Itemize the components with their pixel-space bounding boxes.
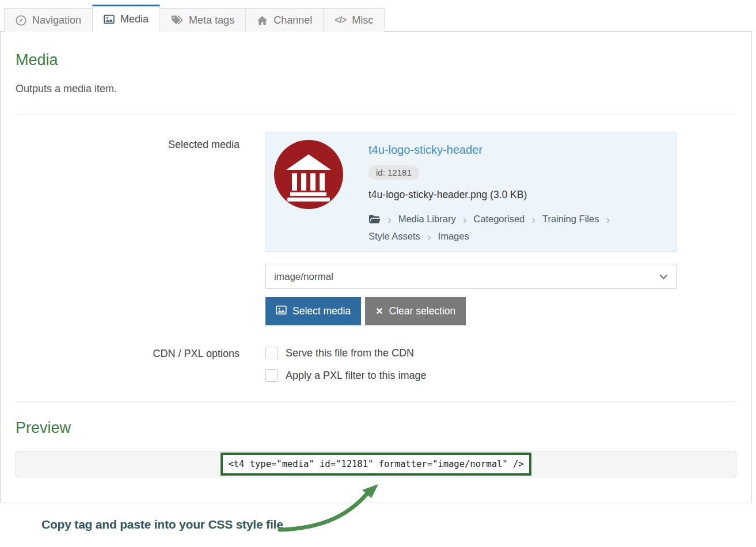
breadcrumb-item: Images [438, 231, 469, 242]
home-icon [257, 16, 268, 25]
breadcrumb-item: Style Assets [368, 231, 420, 242]
pxl-filter-checkbox[interactable] [265, 369, 278, 382]
tab-media[interactable]: Media [92, 5, 160, 32]
formatter-select[interactable]: image/normal [265, 264, 677, 289]
preview-title: Preview [16, 419, 736, 437]
page-title: Media [16, 51, 736, 69]
tab-label: Navigation [32, 14, 81, 26]
serve-cdn-checkbox[interactable] [265, 347, 278, 359]
selected-media-row: Selected media [16, 132, 736, 325]
divider [16, 115, 736, 115]
media-filename: t4u-logo-sticky-header.png (3.0 KB) [368, 189, 659, 201]
tab-label: Media [120, 13, 149, 25]
media-actions: Select media ✕ Clear selection [265, 297, 677, 325]
button-label: Select media [292, 305, 351, 317]
annotation-text: Copy tag and paste into your CSS style f… [41, 518, 756, 531]
selected-media-label: Selected media [16, 132, 240, 151]
cdn-option: Serve this file from the CDN [265, 347, 677, 359]
image-icon [276, 305, 287, 318]
breadcrumb-item: Categorised [473, 214, 525, 225]
chevron-right-icon: › [427, 233, 431, 241]
chevron-right-icon: › [531, 215, 535, 223]
media-id-badge: id: 12181 [368, 165, 419, 180]
breadcrumb-item: Training Files [542, 214, 599, 225]
preview-output-box: <t4 type="media" id="12181" formatter="i… [16, 451, 736, 477]
formatter-select-wrap: image/normal [265, 264, 677, 289]
folder-open-icon [368, 214, 381, 225]
x-icon: ✕ [375, 306, 383, 317]
tab-misc[interactable]: </> Misc [323, 8, 385, 32]
clear-selection-button[interactable]: ✕ Clear selection [365, 297, 466, 325]
select-media-button[interactable]: Select media [265, 297, 361, 325]
image-icon [104, 14, 115, 25]
selected-media-card: t4u-logo-sticky-header id: 12181 t4u-log… [265, 132, 677, 252]
chevron-right-icon: › [388, 215, 392, 223]
code-icon: </> [335, 15, 346, 25]
tab-navigation[interactable]: Navigation [4, 8, 93, 32]
chevron-right-icon: › [606, 215, 610, 223]
page: Navigation Media Meta tags Channel </> M… [0, 0, 756, 547]
media-title-link[interactable]: t4u-logo-sticky-header [368, 143, 483, 157]
media-thumbnail-bank-logo [274, 140, 343, 242]
media-details: t4u-logo-sticky-header id: 12181 t4u-log… [368, 140, 659, 242]
media-tab-panel: Media Outputs a media item. Selected med… [0, 31, 752, 503]
breadcrumb-item: Media Library [398, 214, 456, 225]
pxl-option: Apply a PXL filter to this image [265, 369, 677, 382]
section-description: Outputs a media item. [16, 83, 736, 95]
button-label: Clear selection [389, 305, 456, 317]
t4-tag-code[interactable]: <t4 type="media" id="12181" formatter="i… [221, 453, 531, 476]
breadcrumb: › Media Library › Categorised › Training… [368, 214, 659, 242]
tab-channel[interactable]: Channel [245, 8, 324, 32]
tab-meta-tags[interactable]: Meta tags [159, 8, 246, 32]
cdn-options-row: CDN / PXL options Serve this file from t… [16, 347, 736, 382]
checkbox-label: Apply a PXL filter to this image [286, 370, 426, 382]
tab-bar: Navigation Media Meta tags Channel </> M… [0, 5, 756, 32]
chevron-right-icon: › [463, 215, 467, 223]
cdn-options-label: CDN / PXL options [16, 347, 240, 360]
tags-icon [171, 15, 183, 26]
tab-label: Misc [352, 14, 373, 26]
divider [16, 401, 736, 402]
compass-icon [16, 15, 26, 26]
tab-label: Channel [273, 14, 312, 26]
tab-label: Meta tags [189, 14, 234, 26]
checkbox-label: Serve this file from the CDN [286, 347, 414, 359]
